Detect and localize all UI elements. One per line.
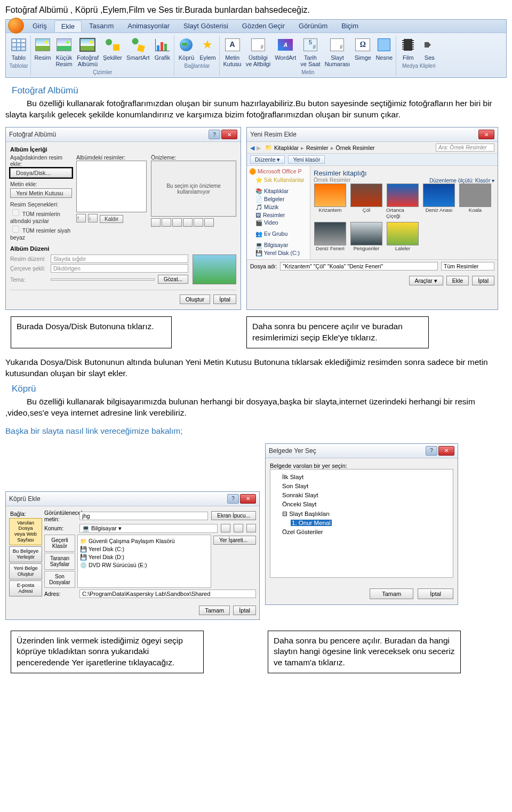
display-text-input[interactable]: jhg	[79, 512, 208, 520]
file-filter[interactable]: Tüm Resimler	[441, 262, 494, 270]
adres-input[interactable]: C:\ProgramData\Kaspersky Lab\Sandbox\Sha…	[79, 590, 256, 598]
browse-web-icon[interactable]	[234, 524, 243, 532]
tree-item[interactable]: İlk Slayt	[274, 473, 450, 482]
iptal-button[interactable]: İptal	[472, 276, 494, 285]
thumb-laleler[interactable]: Laleler	[386, 222, 419, 251]
tree-item[interactable]: Son Slayt	[274, 482, 450, 491]
olustur-button[interactable]: Oluştur	[180, 294, 210, 304]
iptal-button[interactable]: İptal	[213, 294, 236, 304]
tab-tasarim[interactable]: Tasarım	[83, 20, 120, 32]
btn-tarih[interactable]: 5Tarih ve Saat	[299, 35, 322, 68]
btn-wordart[interactable]: AWordArt	[273, 35, 298, 68]
crumb-2[interactable]: Örnek Resimler	[336, 145, 375, 151]
side-video[interactable]: 🎬 Video	[249, 219, 308, 227]
thumb-denizanasi[interactable]: Deniz Anası	[422, 184, 455, 219]
side-kitapliklar[interactable]: 📚 Kitaplıklar	[249, 187, 308, 195]
ekle-button[interactable]: Ekle	[446, 276, 469, 285]
yer-isareti-button[interactable]: Yer İşareti...	[213, 536, 256, 545]
duzenle-button[interactable]: Düzenle ▾	[250, 155, 285, 164]
browse-file-icon[interactable]	[246, 524, 256, 532]
opt-captions[interactable]: TÜM resimlerin altındaki yazılar	[10, 208, 72, 224]
linkto-existing[interactable]: Varolan Dosya veya Web Sayfası	[9, 518, 42, 546]
side-evgrubu[interactable]: 👥 Ev Grubu	[249, 230, 308, 238]
tab-gorunum[interactable]: Görünüm	[292, 20, 334, 32]
linkto-email[interactable]: E-posta Adresi	[9, 580, 42, 596]
btn-grafik[interactable]: Grafik	[152, 35, 172, 68]
list-item[interactable]: 💾 Yerel Disk (D:)	[80, 553, 209, 561]
gozat-button[interactable]: Gözat...	[158, 275, 188, 284]
iptal-button[interactable]: İptal	[418, 588, 453, 599]
side-fav[interactable]: ⭐ Sık Kullanılanlar	[249, 176, 308, 184]
resim-duzeni-select[interactable]: Slayda sığdır	[51, 254, 188, 263]
araclar-button[interactable]: Araçlar ▾	[409, 276, 443, 285]
btn-kopru[interactable]: Köprü	[176, 35, 196, 62]
up-folder-icon[interactable]	[221, 524, 230, 532]
side-muzik[interactable]: 🎵 Müzik	[249, 203, 308, 211]
help-button[interactable]: ?	[227, 494, 239, 504]
btn-ustbilgi[interactable]: Üstbilgi ve Altbilgi	[244, 35, 272, 68]
btn-simge[interactable]: ΩSimge	[353, 35, 373, 68]
yeni-klasor-button[interactable]: Yeni klasör	[288, 155, 325, 164]
btn-resim[interactable]: Resim	[33, 35, 53, 68]
tree-selected[interactable]: 1. Onur Menal	[274, 519, 450, 528]
crumb-0[interactable]: Kitaplıklar	[274, 145, 299, 151]
nav-taranan[interactable]: Taranan Sayfalar	[44, 553, 75, 570]
thumb-krizantem[interactable]: Krizantem	[314, 184, 347, 219]
rotate-left-icon[interactable]	[151, 218, 161, 227]
btn-ses[interactable]: Ses	[419, 35, 439, 62]
nav-fwd-icon[interactable]: ▶	[257, 145, 261, 151]
close-button[interactable]: ✕	[240, 494, 256, 504]
btn-nesne[interactable]: Nesne	[374, 35, 394, 68]
tab-slayt-gosterisi[interactable]: Slayt Gösterisi	[177, 20, 235, 32]
list-item[interactable]: 📁 Güvenli Çalışma Paylaşım Klasörü	[80, 537, 209, 545]
close-button[interactable]: ✕	[221, 130, 237, 139]
iptal-button[interactable]: İptal	[233, 606, 256, 615]
rotate-right-icon[interactable]	[162, 218, 171, 227]
thumb-koala[interactable]: Koala	[459, 184, 492, 219]
konum-select[interactable]: 💻 Bilgisayar ▾	[79, 524, 218, 533]
brightness-down-icon[interactable]	[183, 218, 193, 227]
contrast-up-icon[interactable]	[194, 218, 203, 227]
side-resimler[interactable]: 🖼 Resimler	[249, 211, 308, 219]
crumb-1[interactable]: Resimler	[306, 145, 328, 151]
list-item[interactable]: 💿 DVD RW Sürücüsü (E:)	[80, 561, 209, 569]
btn-fotograf-albumu[interactable]: Fotoğraf Albümü	[75, 35, 100, 68]
ekran-ipucu-button[interactable]: Ekran İpucu...	[211, 511, 256, 520]
side-belgeler[interactable]: 📄 Belgeler	[249, 195, 308, 203]
btn-eylem[interactable]: ★Eylem	[197, 35, 218, 62]
close-button[interactable]: ✕	[478, 130, 494, 139]
help-button[interactable]: ?	[209, 130, 220, 139]
thumb-denizfeneri[interactable]: Deniz Feneri	[314, 222, 347, 251]
thumb-ortanca[interactable]: Ortanca Çiçeği	[386, 184, 419, 219]
help-button[interactable]: ?	[426, 446, 437, 456]
opt-bw[interactable]: TÜM resimler siyah beyaz	[10, 224, 72, 241]
brightness-up-icon[interactable]	[172, 218, 182, 227]
tab-ekle[interactable]: Ekle	[54, 20, 82, 32]
tamam-button[interactable]: Tamam	[370, 588, 413, 599]
btn-tablo[interactable]: Tablo	[9, 35, 29, 62]
tree-item[interactable]: Önceki Slayt	[274, 500, 450, 509]
search-input[interactable]: Ara: Örnek Resimler	[436, 144, 494, 152]
yeni-metin-kutusu-button[interactable]: Yeni Metin Kutusu	[10, 188, 72, 198]
tab-giris[interactable]: Giriş	[26, 20, 53, 32]
thumb-col[interactable]: Çöl	[350, 184, 383, 219]
linkto-thisdoc[interactable]: Bu Belgeye Yerleştir	[9, 546, 42, 562]
album-list[interactable]	[76, 161, 147, 212]
thumb-penguenler[interactable]: Penguenler	[350, 222, 383, 251]
tab-gozden-gecir[interactable]: Gözden Geçir	[236, 20, 291, 32]
tree-item[interactable]: Özel Gösteriler	[274, 528, 450, 537]
btn-smartart[interactable]: SmartArt	[125, 35, 151, 68]
btn-sekiller[interactable]: Şekiller	[101, 35, 124, 68]
btn-kucuk-resim[interactable]: Küçük Resim	[54, 35, 74, 68]
nav-gecerli[interactable]: Geçerli Klasör	[44, 535, 75, 552]
file-name-input[interactable]: "Krizantem" "Çöl" "Koala" "Deniz Feneri"	[280, 262, 438, 270]
btn-metin-kutusu[interactable]: AMetin Kutusu	[221, 35, 243, 68]
tab-bicim[interactable]: Biçim	[335, 20, 365, 32]
tamam-button[interactable]: Tamam	[199, 606, 230, 615]
side-disk-c[interactable]: 💾 Yerel Disk (C:)	[249, 249, 308, 257]
btn-slayt-no[interactable]: Slayt Numarası	[323, 35, 352, 68]
contrast-down-icon[interactable]	[204, 218, 214, 227]
nav-back-icon[interactable]: ◀	[250, 145, 254, 151]
file-list[interactable]: 📁 Güvenli Çalışma Paylaşım Klasörü 💾 Yer…	[77, 535, 211, 588]
side-bilgisayar[interactable]: 💻 Bilgisayar	[249, 241, 308, 249]
